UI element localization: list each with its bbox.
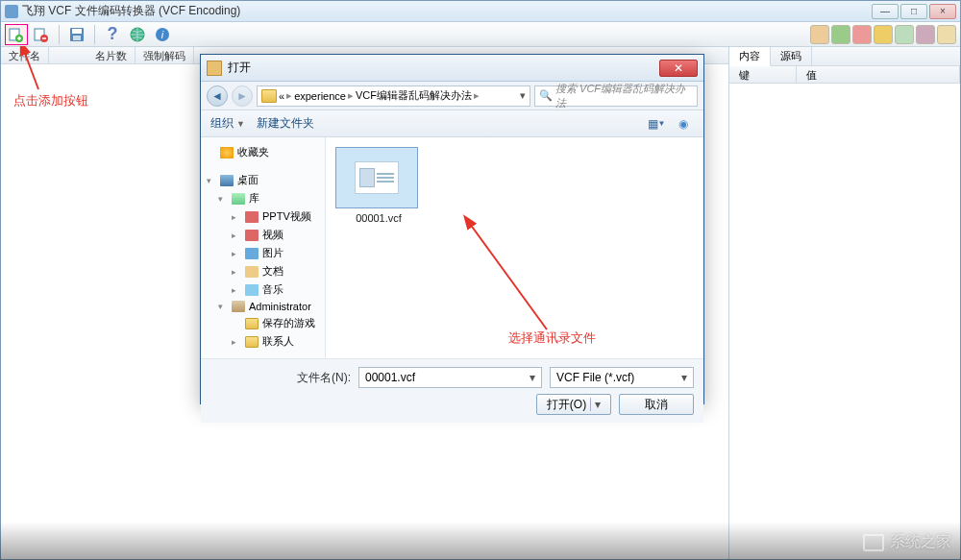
help-icon[interactable]: ◉ (673, 114, 694, 134)
dialog-title: 打开 (228, 60, 251, 76)
tree-favorites[interactable]: 收藏夹 (205, 143, 321, 161)
open-button[interactable]: 打开(O)▾ (536, 394, 611, 415)
file-name: 00001.vcf (335, 212, 422, 224)
ri-3[interactable] (852, 25, 872, 44)
col-key[interactable]: 键 (729, 66, 797, 83)
svg-line-11 (24, 51, 38, 89)
right-panel: 内容 源码 键 值 (729, 47, 960, 559)
folder-icon (207, 61, 222, 76)
ri-1[interactable] (810, 25, 829, 44)
tree-pictures[interactable]: ▸图片 (205, 244, 321, 262)
chevron-right-icon: ▸ (286, 89, 292, 102)
ri-7[interactable] (937, 25, 956, 44)
tab-content[interactable]: 内容 (729, 47, 771, 66)
path-part-2[interactable]: VCF编辑器乱码解决办法 (356, 88, 472, 103)
app-icon (5, 5, 18, 18)
path-part-1[interactable]: experience (294, 90, 346, 102)
tree-saved-games[interactable]: 保存的游戏 (205, 314, 321, 332)
annotation-add-button: 点击添加按钮 (13, 92, 88, 110)
ri-6[interactable] (916, 25, 935, 44)
watermark-icon (863, 534, 884, 551)
search-icon: 🔍 (539, 89, 553, 102)
chevron-right-icon: ▸ (474, 89, 480, 102)
arrow-annotation (460, 214, 556, 339)
file-list[interactable]: 00001.vcf 选择通讯录文件 (326, 137, 703, 358)
path-part-0[interactable]: « (279, 90, 284, 102)
close-button[interactable]: × (929, 4, 956, 19)
dialog-nav: ◄ ► « ▸ experience ▸ VCF编辑器乱码解决办法 ▸ ▾ 🔍 … (201, 82, 703, 110)
dialog-toolbar: 组织 ▼ 新建文件夹 ▦ ▼ ◉ (201, 110, 703, 137)
right-toolbar-icons (810, 25, 956, 44)
col-cardcount[interactable]: 名片数 (87, 47, 136, 63)
arrow-add-annotation (19, 46, 58, 94)
dialog-titlebar: 打开 ✕ (201, 55, 703, 82)
col-value[interactable]: 值 (797, 66, 960, 83)
right-panel-columns: 键 值 (729, 66, 960, 84)
ri-2[interactable] (831, 25, 850, 44)
watermark-text: 系统之家 (890, 532, 951, 552)
svg-rect-6 (73, 36, 81, 40)
svg-rect-5 (72, 29, 82, 34)
tree-desktop[interactable]: ▾桌面 (205, 171, 321, 189)
tab-source[interactable]: 源码 (771, 47, 812, 65)
filename-label: 文件名(N): (297, 370, 351, 386)
right-panel-tabs: 内容 源码 (729, 47, 960, 66)
remove-button[interactable] (30, 24, 53, 45)
help-button[interactable]: ? (101, 24, 124, 45)
info-button[interactable]: i (151, 24, 174, 45)
svg-line-10 (470, 224, 547, 329)
open-file-dialog: 打开 ✕ ◄ ► « ▸ experience ▸ VCF编辑器乱码解决办法 ▸… (200, 54, 704, 404)
file-item[interactable]: 00001.vcf (335, 147, 422, 224)
folder-tree: 收藏夹 ▾桌面 ▾库 ▸PPTV视频 ▸视频 ▸图片 ▸文档 ▸音乐 ▾Admi… (201, 137, 326, 358)
new-folder-button[interactable]: 新建文件夹 (257, 115, 314, 132)
ri-5[interactable] (895, 25, 914, 44)
nav-forward-button[interactable]: ► (232, 85, 253, 107)
path-dropdown-icon[interactable]: ▾ (520, 89, 526, 102)
folder-icon (261, 89, 277, 103)
chevron-right-icon: ▸ (348, 89, 354, 102)
main-toolbar: ? i (1, 22, 960, 47)
main-titlebar: 飞翔 VCF 文件编码转换器 (VCF Encoding) — □ × (1, 1, 960, 22)
tree-contacts[interactable]: ▸联系人 (205, 332, 321, 351)
tree-video[interactable]: ▸视频 (205, 226, 321, 244)
tree-administrator[interactable]: ▾Administrator (205, 299, 321, 314)
tree-music[interactable]: ▸音乐 (205, 280, 321, 299)
view-mode-button[interactable]: ▦ ▼ (646, 114, 667, 134)
search-placeholder: 搜索 VCF编辑器乱码解决办法 (555, 82, 693, 110)
col-forcedecode[interactable]: 强制解码 (136, 47, 194, 63)
address-bar[interactable]: « ▸ experience ▸ VCF编辑器乱码解决办法 ▸ ▾ (257, 85, 530, 107)
tree-library[interactable]: ▾库 (205, 189, 321, 207)
window-title: 飞翔 VCF 文件编码转换器 (VCF Encoding) (22, 3, 240, 19)
annotation-select-file: 选择通讯录文件 (508, 329, 596, 347)
add-button[interactable] (5, 24, 28, 45)
minimize-button[interactable]: — (872, 4, 899, 19)
save-button[interactable] (65, 24, 88, 45)
dialog-bottom: 文件名(N): 00001.vcf▾ VCF File (*.vcf)▾ 打开(… (201, 358, 703, 423)
tree-pptv[interactable]: ▸PPTV视频 (205, 207, 321, 226)
cancel-button[interactable]: 取消 (619, 394, 694, 415)
dialog-body: 收藏夹 ▾桌面 ▾库 ▸PPTV视频 ▸视频 ▸图片 ▸文档 ▸音乐 ▾Admi… (201, 137, 703, 358)
watermark: 系统之家 (863, 532, 951, 552)
dialog-close-button[interactable]: ✕ (659, 60, 698, 77)
nav-back-button[interactable]: ◄ (207, 85, 228, 107)
ri-4[interactable] (874, 25, 893, 44)
filetype-filter[interactable]: VCF File (*.vcf)▾ (550, 367, 694, 388)
organize-menu[interactable]: 组织 ▼ (210, 115, 245, 132)
web-button[interactable] (126, 24, 149, 45)
filename-input[interactable]: 00001.vcf▾ (358, 367, 542, 388)
maximize-button[interactable]: □ (900, 4, 927, 19)
tree-documents[interactable]: ▸文档 (205, 262, 321, 280)
search-input[interactable]: 🔍 搜索 VCF编辑器乱码解决办法 (534, 85, 698, 107)
